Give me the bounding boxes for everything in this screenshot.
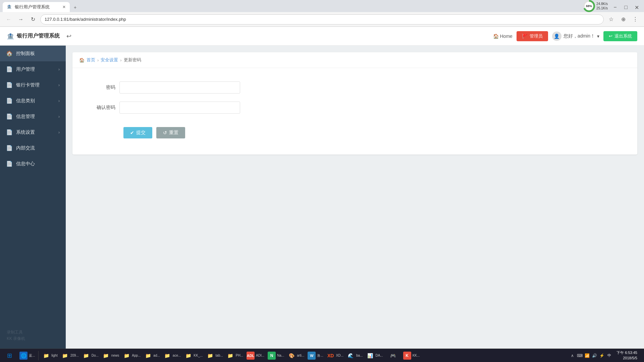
taskbar-folder-app[interactable]: 📁 App...: [121, 350, 142, 361]
extensions-icon[interactable]: ⊕: [619, 15, 628, 24]
sidebar-user-label: 用户管理: [16, 66, 55, 72]
gray-area: [66, 161, 644, 262]
taskbar-app-kk2[interactable]: K KK...: [402, 350, 421, 361]
folder-do-icon: 📁: [82, 352, 90, 360]
logout-button[interactable]: ↩ 退出系统: [603, 31, 637, 41]
sidebar-item-card-management[interactable]: 📄 银行卡管理 ›: [0, 77, 66, 93]
taskbar-start-button[interactable]: ⊞: [1, 350, 17, 361]
win-label: 洛...: [317, 353, 323, 358]
user-info[interactable]: 👤 您好，admin！ ▾: [552, 32, 599, 41]
info-center-icon: 📄: [6, 161, 13, 167]
sidebar-item-info-category[interactable]: 📄 信息类别 ›: [0, 93, 66, 109]
sidebar-item-info-center[interactable]: 📄 信息中心: [0, 156, 66, 172]
taskbar-folder-ph[interactable]: 📁 PH...: [225, 350, 245, 361]
taskbar-folder-do[interactable]: 📁 Do...: [81, 350, 100, 361]
tray-network-icon[interactable]: 📶: [584, 352, 590, 359]
network-circle: 68%: [583, 0, 595, 12]
taskbar-folder-ad[interactable]: 📁 ad...: [143, 350, 161, 361]
tray-volume-icon[interactable]: 🔊: [591, 352, 598, 359]
confirm-password-input[interactable]: [119, 102, 240, 114]
watermark-line2: KK 录像机: [7, 336, 59, 342]
admin-badge-label: 管理员: [530, 33, 543, 39]
system-settings-icon: 📄: [6, 129, 13, 135]
sidebar-watermark: 录制工具 KK 录像机: [0, 322, 66, 349]
confirm-password-group: 确认密码: [93, 102, 617, 114]
breadcrumb-home[interactable]: 首页: [87, 57, 95, 63]
close-button[interactable]: ✕: [632, 3, 641, 12]
header-back-button[interactable]: ↩: [66, 33, 71, 40]
main-layout: 🏠 控制面板 📄 用户管理 › 📄 银行卡管理 › 📄 信息类别 ›: [0, 46, 644, 349]
folder-ace-icon: 📁: [163, 352, 171, 360]
sidebar-dashboard-label: 控制面板: [16, 51, 60, 57]
tray-lang-icon[interactable]: 中: [606, 352, 612, 359]
minimize-button[interactable]: −: [610, 3, 620, 12]
password-input[interactable]: [119, 81, 240, 94]
refresh-button[interactable]: ↻: [28, 15, 38, 24]
taskbar-app-arti[interactable]: 🎨 arti...: [286, 350, 306, 361]
menu-icon[interactable]: ⋮: [631, 15, 640, 24]
folder-light-label: light: [51, 354, 57, 357]
taskbar-folder-tab[interactable]: 📁 tab...: [205, 350, 224, 361]
sidebar-item-system-settings[interactable]: 📄 系统设置 ›: [0, 124, 66, 140]
reset-label: 重置: [169, 130, 178, 136]
tab-favicon: 🏦: [7, 4, 12, 10]
taskbar-app-xd[interactable]: XD XD...: [325, 350, 345, 361]
taskbar-browser[interactable]: 🌐 蓝...: [18, 350, 36, 361]
active-tab[interactable]: 🏦 银行用户管理系统 ✕: [3, 2, 70, 12]
tray-bluetooth-icon[interactable]: ⚡: [598, 352, 605, 359]
home-button[interactable]: 🏠 Home: [493, 34, 513, 39]
chevron-icon-3: ›: [58, 99, 60, 103]
taskbar-clock[interactable]: 下午 6:53:45 2018/5/5: [614, 350, 640, 361]
taskbar-folder-light[interactable]: 📁 light: [41, 350, 59, 361]
sidebar-item-dashboard[interactable]: 🏠 控制面板: [0, 46, 66, 61]
new-tab-button[interactable]: +: [70, 3, 80, 12]
back-button[interactable]: ←: [4, 15, 13, 24]
home-icon: 🏠: [493, 34, 499, 39]
password-label: 密码: [93, 84, 119, 90]
info-management-icon: 📄: [6, 113, 13, 120]
sidebar-item-info-management[interactable]: 📄 信息管理 ›: [0, 109, 66, 124]
taskbar-app-adl[interactable]: ADL ADI...: [245, 350, 266, 361]
folder-app-label: App...: [132, 354, 141, 357]
sidebar-item-user-management[interactable]: 📄 用户管理 ›: [0, 61, 66, 77]
taskbar-right: ∧ ⌨ 📶 🔊 ⚡ 中 下午 6:53:45 2018/5/5: [569, 350, 643, 361]
logout-label: 退出系统: [614, 33, 632, 39]
taskbar-app-da[interactable]: 📊 DA...: [365, 350, 384, 361]
taskbar-app-na[interactable]: N Na...: [266, 350, 285, 361]
breadcrumb-security[interactable]: 安全设置: [101, 57, 118, 63]
tab-close-button[interactable]: ✕: [62, 5, 66, 9]
submit-button[interactable]: ✔ 提交: [123, 127, 152, 138]
reset-button[interactable]: ↺ 重置: [156, 127, 185, 138]
address-bar[interactable]: 127.0.0.1:81/bank/administrator/index.ph…: [40, 14, 604, 24]
tray-expand-icon[interactable]: ∧: [569, 352, 576, 359]
upload-speed: 25.1K/s: [596, 6, 608, 10]
taskbar-folder-ace[interactable]: 📁 ace...: [162, 350, 182, 361]
kk2-label: KK...: [413, 354, 420, 357]
confirm-password-label: 确认密码: [93, 105, 119, 111]
user-greeting: 您好，admin！: [564, 33, 595, 39]
breadcrumb-sep-2: ›: [120, 58, 121, 63]
logo-text: 银行用户管理系统: [17, 33, 60, 40]
bookmark-icon[interactable]: ☆: [606, 15, 616, 24]
chevron-icon-4: ›: [58, 114, 60, 119]
taskbar-folder-news[interactable]: 📁 news: [101, 350, 120, 361]
user-chevron-icon: ▾: [597, 34, 599, 39]
admin-badge[interactable]: 🚩 管理员: [517, 31, 548, 41]
forward-button[interactable]: →: [16, 15, 25, 24]
browser-icon: 🌐: [19, 352, 28, 360]
taskbar-app-win[interactable]: W 洛...: [306, 350, 324, 361]
folder-ace-label: ace...: [173, 354, 181, 357]
folder-ph-label: PH...: [236, 354, 243, 357]
maximize-button[interactable]: □: [621, 3, 631, 12]
chevron-icon: ›: [58, 67, 60, 72]
taskbar-app-game[interactable]: 🎮: [385, 350, 401, 361]
taskbar-app-ba[interactable]: 🌊 ba...: [345, 350, 364, 361]
app-logo: 🏦 银行用户管理系统: [7, 33, 60, 40]
user-avatar: 👤: [552, 32, 561, 41]
taskbar-folder-kk[interactable]: 📁 KK_...: [183, 350, 204, 361]
taskbar-folder-209[interactable]: 📁 209...: [60, 350, 80, 361]
system-tray: ∧ ⌨ 📶 🔊 ⚡ 中: [569, 352, 612, 359]
form-container: 密码 确认密码 ✔ 提交: [72, 68, 637, 155]
tray-keyboard-icon[interactable]: ⌨: [576, 352, 583, 359]
sidebar-item-internal-exchange[interactable]: 📄 内部交流: [0, 140, 66, 156]
